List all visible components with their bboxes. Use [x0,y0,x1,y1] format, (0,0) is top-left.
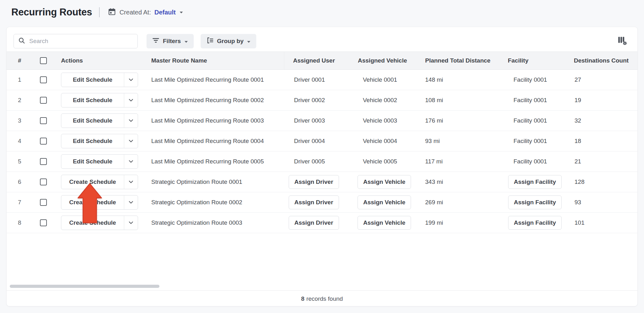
routes-card: Filters Group by [6,27,638,306]
vehicle-cell: Vehicle 0002 [363,97,397,104]
user-cell: Driver 0001 [294,76,325,83]
assign-driver-button[interactable]: Assign Driver [289,195,339,209]
group-by-label: Group by [217,38,243,45]
filters-button[interactable]: Filters [147,34,194,48]
row-number: 2 [18,97,21,104]
route-name: Last Mile Optimized Recurring Route 0002 [151,97,264,104]
distance-cell: 176 mi [425,117,443,124]
route-name: Last Mile Optimized Recurring Route 0004 [151,138,264,145]
row-number: 4 [18,138,21,145]
table-row: 5 Edit Schedule Last Mile Optimized Recu… [7,151,637,172]
distance-cell: 343 mi [425,178,443,185]
route-name: Strategic Optimization Route 0002 [151,199,242,206]
row-checkbox[interactable] [40,97,47,104]
chevron-down-icon[interactable] [124,134,138,148]
user-cell: Driver 0003 [294,117,325,124]
column-header-route: Master Route Name [151,57,207,64]
vehicle-cell: Vehicle 0001 [363,76,397,83]
table-footer: 8 records found [7,290,637,306]
assign-vehicle-button[interactable]: Assign Vehicle [358,195,411,209]
distance-cell: 199 mi [425,219,443,226]
schedule-action-label: Edit Schedule [61,93,124,107]
column-header-destinations: Destinations Count [574,57,629,64]
column-header-actions: Actions [61,57,83,64]
chevron-down-icon[interactable] [124,195,138,209]
destinations-cell: 19 [575,97,581,104]
row-checkbox[interactable] [40,178,47,185]
assign-driver-button[interactable]: Assign Driver [289,175,339,189]
table-row: 3 Edit Schedule Last Mile Optimized Recu… [7,111,637,131]
facility-cell: Facility 0001 [514,138,547,145]
destinations-cell: 21 [575,158,581,165]
facility-cell: Facility 0001 [514,158,547,165]
vehicle-cell: Vehicle 0005 [363,158,397,165]
destinations-cell: 128 [575,178,585,185]
search-icon [18,37,25,45]
distance-cell: 269 mi [425,199,443,206]
search-input[interactable] [29,37,133,45]
schedule-action-button[interactable]: Edit Schedule [61,73,138,87]
row-number: 3 [18,117,21,124]
user-cell: Driver 0005 [294,158,325,165]
chevron-down-icon[interactable] [124,175,138,189]
page-header: Recurring Routes Created At: Default [11,5,183,19]
schedule-action-button[interactable]: Edit Schedule [61,93,138,107]
row-checkbox[interactable] [40,219,47,226]
schedule-action-button[interactable]: Edit Schedule [61,134,138,148]
row-number: 1 [18,76,21,83]
schedule-action-label: Edit Schedule [61,73,124,87]
search-box [14,34,138,48]
horizontal-scrollbar[interactable] [10,285,159,288]
up-arrow-shape [78,184,102,223]
destinations-cell: 93 [575,199,581,206]
vehicle-cell: Vehicle 0004 [363,138,397,145]
chevron-down-icon[interactable] [124,155,138,168]
calendar-icon [108,8,116,17]
assign-vehicle-button[interactable]: Assign Vehicle [358,216,411,230]
column-header-distance: Planned Total Distance [425,57,491,64]
page-title: Recurring Routes [11,7,92,18]
assign-facility-button[interactable]: Assign Facility [508,216,562,230]
assign-facility-button[interactable]: Assign Facility [508,175,562,189]
route-name: Last Mile Optimized Recurring Route 0001 [151,76,264,83]
column-header-vehicle: Assigned Vehicle [358,57,407,64]
chevron-down-icon[interactable] [124,216,138,230]
chevron-down-icon[interactable] [124,114,138,128]
records-label: records found [306,295,343,302]
destinations-cell: 32 [575,117,581,124]
column-settings-button[interactable] [617,36,627,46]
row-checkbox[interactable] [40,158,47,165]
route-name: Last Mile Optimized Recurring Route 0003 [151,117,264,124]
select-all-checkbox[interactable] [40,57,47,64]
row-number: 7 [18,199,21,206]
row-checkbox[interactable] [40,138,47,145]
row-checkbox[interactable] [40,199,47,206]
column-header-facility: Facility [508,57,528,64]
filter-icon [152,37,159,46]
row-number: 5 [18,158,21,165]
schedule-action-button[interactable]: Edit Schedule [61,113,138,128]
destinations-cell: 18 [575,138,581,145]
chevron-down-icon[interactable] [124,93,138,107]
distance-cell: 108 mi [425,97,443,104]
destinations-cell: 101 [575,219,585,226]
caret-down-icon [179,9,183,15]
route-name: Strategic Optimization Route 0003 [151,219,242,226]
table-row: 2 Edit Schedule Last Mile Optimized Recu… [7,90,637,111]
facility-cell: Facility 0001 [514,97,547,104]
assign-facility-button[interactable]: Assign Facility [508,195,562,209]
table-row: 4 Edit Schedule Last Mile Optimized Recu… [7,131,637,151]
schedule-action-button[interactable]: Edit Schedule [61,154,138,169]
destinations-cell: 27 [575,76,581,83]
schedule-action-label: Edit Schedule [61,114,124,128]
row-checkbox[interactable] [40,117,47,124]
group-by-button[interactable]: Group by [201,34,256,48]
chevron-down-icon[interactable] [124,73,138,87]
route-name: Last Mile Optimized Recurring Route 0005 [151,158,264,165]
schedule-action-label: Edit Schedule [61,155,124,168]
assign-vehicle-button[interactable]: Assign Vehicle [358,175,411,189]
assign-driver-button[interactable]: Assign Driver [289,216,339,230]
created-at-filter[interactable]: Created At: Default [108,8,183,17]
header-divider [99,7,100,17]
row-checkbox[interactable] [40,76,47,83]
